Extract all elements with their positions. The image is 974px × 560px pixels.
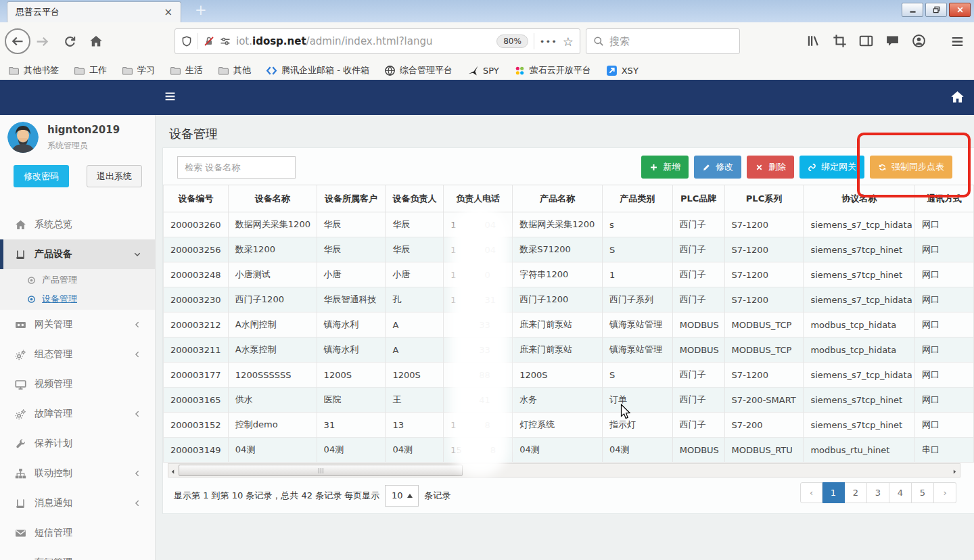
browser-search-bar[interactable]: 搜索 [586, 28, 740, 54]
ys7-icon [514, 65, 526, 76]
sidebar-item[interactable]: 网关管理 [0, 310, 155, 340]
avatar[interactable] [7, 122, 39, 153]
toolbar-button-plus[interactable]: 新增 [641, 156, 689, 179]
scroll-right-icon[interactable] [951, 465, 959, 475]
pagination-info-prefix: 显示第 1 到第 10 条记录，总共 42 条记录 每页显示 [174, 490, 379, 502]
toolbar-button-refresh[interactable]: 强制同步点表 [870, 156, 952, 179]
browser-home-button[interactable] [89, 34, 103, 51]
chat-button[interactable] [885, 34, 900, 51]
table-row[interactable]: 200003211A水泵控制镇海水利A33庶来门前泵站镇海泵站管理MODBUSM… [163, 337, 974, 363]
cross-icon [755, 163, 764, 172]
cell-id: 200003152 [164, 413, 229, 438]
sidebar-item[interactable]: 短信管理 [0, 518, 155, 548]
app-topbar [0, 80, 974, 115]
bookmark-star-icon[interactable]: ☆ [563, 34, 574, 49]
window-min-button[interactable] [902, 3, 923, 17]
scroll-left-icon[interactable] [169, 465, 177, 475]
app-home-button[interactable] [950, 90, 965, 107]
bookmark-item[interactable]: 生活 [170, 64, 203, 76]
bookmark-item[interactable]: 其他 [218, 64, 251, 76]
page-size-dropdown[interactable]: 10 [385, 485, 419, 507]
page-actions-icon[interactable]: ••• [540, 37, 557, 47]
screen: 思普云平台 × + iot.idosp.net/admin/index.html… [0, 0, 974, 560]
table-row[interactable]: 2000031771200SSSSSS1200S1200S881200SS西门子… [163, 363, 974, 388]
sidebar-item[interactable]: 消息通知 [0, 488, 155, 518]
logout-button[interactable]: 退出系统 [87, 165, 142, 187]
table-row[interactable]: 200003212A水闸控制镇海水利A33庶来门前泵站镇海泵站管理MODBUSM… [163, 312, 974, 337]
table-row[interactable]: 200003165供水医院王41水务订单西门子S7-200-SMARTsieme… [163, 388, 974, 413]
cell-owner: 1200S [386, 363, 444, 388]
pager-page-button[interactable]: 4 [889, 482, 912, 503]
url-bar[interactable]: iot.idosp.net/admin/index.html?langu 80%… [175, 28, 580, 54]
horizontal-scrollbar[interactable] [168, 463, 960, 477]
sidebar-item-label: 消息通知 [34, 497, 72, 509]
sidebar-item[interactable]: 联动控制 [0, 459, 155, 488]
table-row[interactable]: 200003248小唐测试小唐小唐10字符串12001西门子S7-1200sie… [163, 262, 974, 287]
cell-name: 数采1200 [229, 237, 317, 262]
sidebar-toggle-button[interactable] [859, 34, 873, 51]
sidebar-item[interactable]: 保养计划 [0, 429, 155, 459]
url-text: iot.idosp.net/admin/index.html?langu [236, 35, 491, 47]
table-row[interactable]: 20000314904测04测04测15804测04测MODBUSMODBUS_… [163, 438, 974, 463]
column-header: 协议名称 [804, 185, 915, 212]
toolbar-button-pencil[interactable]: 修改 [694, 156, 741, 179]
back-button[interactable] [5, 28, 30, 54]
table-row[interactable]: 200003230西门子1200华辰智通科技孔131西门子1200西门子系列西门… [163, 287, 974, 312]
browser-tab[interactable]: 思普云平台 × [7, 1, 181, 22]
toolbar-button-label: 新增 [663, 161, 680, 173]
table-row[interactable]: 200003152控制demo311318灯控系统指示灯西门子S7-200sie… [163, 413, 974, 438]
table-row[interactable]: 200003256数采1200华辰华辰104数采S71200S西门子S7-120… [163, 237, 974, 262]
sidebar-item[interactable]: 组态管理 [0, 340, 155, 369]
reload-button[interactable] [64, 35, 76, 51]
zoom-level-badge[interactable]: 80% [496, 34, 528, 48]
table-row[interactable]: 200003260数据网关采集1200华辰华辰104数据网关采集1200s西门子… [163, 212, 974, 237]
phone-fragment: 1 [450, 420, 456, 430]
library-icon [806, 34, 820, 48]
bookmark-item[interactable]: 学习 [122, 64, 155, 76]
pager-page-button[interactable]: 1 [822, 482, 845, 503]
change-password-button[interactable]: 修改密码 [14, 165, 69, 187]
device-search-input[interactable]: 检索 设备名称 [177, 156, 296, 179]
sidebar-item[interactable]: 产品设备 [0, 239, 155, 269]
pager-page-button[interactable]: 5 [912, 482, 934, 503]
bookmark-item[interactable]: 工作 [74, 64, 107, 76]
forward-button[interactable] [35, 34, 49, 51]
cell-id: 200003230 [164, 287, 229, 312]
toolbar-button-cross[interactable]: 删除 [747, 156, 794, 179]
sidebar-item[interactable]: 视频管理 [0, 369, 155, 399]
sidebar-item[interactable]: 系统总览 [0, 210, 155, 239]
cell-customer: 华辰智通科技 [317, 287, 386, 312]
window-close-button[interactable] [949, 3, 971, 17]
win-close-icon [956, 5, 965, 14]
account-button[interactable] [912, 34, 926, 51]
bookmark-item[interactable]: 萤石云开放平台 [514, 64, 591, 76]
new-tab-button[interactable]: + [195, 2, 207, 18]
bookmark-item[interactable]: 腾讯企业邮箱 - 收件箱 [266, 64, 369, 76]
scrollbar-thumb[interactable] [179, 465, 463, 476]
page-title: 设备管理 [169, 126, 218, 142]
pager-page-button[interactable]: 3 [867, 482, 889, 503]
tab-title: 思普云平台 [16, 6, 164, 18]
column-header: PLC品牌 [673, 185, 725, 212]
bookmark-item[interactable]: XSY [606, 65, 639, 76]
crop-button[interactable] [833, 34, 847, 51]
bookmark-item[interactable]: 其他书签 [8, 64, 59, 76]
cell-category: 西门子系列 [603, 287, 673, 312]
sidebar-subitem[interactable]: 设备管理 [0, 289, 155, 308]
bookmark-item[interactable]: SPY [467, 65, 499, 76]
cell-customer: 小唐 [317, 262, 386, 287]
folder-icon [218, 65, 229, 76]
pager-prev-button[interactable]: ‹ [800, 482, 822, 503]
menu-button[interactable] [951, 35, 964, 51]
pager-next-button[interactable]: › [934, 482, 956, 503]
sidebar-item[interactable]: 车间管理 [0, 548, 155, 560]
sidebar-subitem[interactable]: 产品管理 [0, 271, 155, 289]
library-button[interactable] [806, 34, 820, 51]
tab-close-icon[interactable]: × [164, 6, 172, 18]
toolbar-button-link[interactable]: 绑定网关 [799, 156, 864, 179]
window-restore-button[interactable] [925, 3, 947, 17]
pager-page-button[interactable]: 2 [845, 482, 867, 503]
bookmark-item[interactable]: 综合管理平台 [384, 64, 453, 76]
sidebar-item[interactable]: 故障管理 [0, 399, 155, 429]
sidebar-toggle-button[interactable] [164, 91, 176, 105]
